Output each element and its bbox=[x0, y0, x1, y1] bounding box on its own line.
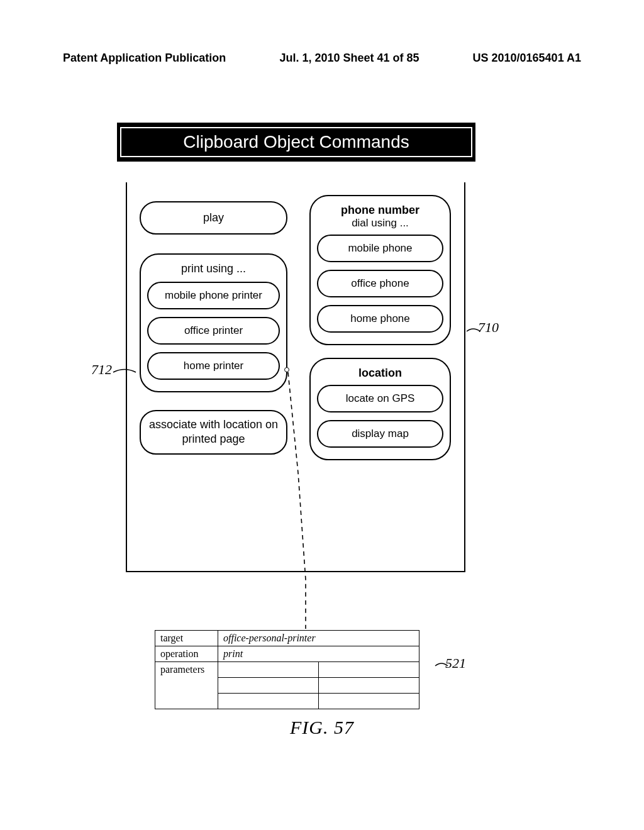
print-group-label: print using ... bbox=[147, 262, 280, 275]
print-mobile-button[interactable]: mobile phone printer bbox=[147, 282, 280, 309]
play-button[interactable]: play bbox=[140, 201, 287, 235]
param-cell bbox=[218, 662, 319, 678]
location-group-title: location bbox=[317, 367, 443, 380]
operation-key: operation bbox=[155, 646, 218, 662]
title-banner: Clipboard Object Commands bbox=[117, 123, 475, 162]
param-cell bbox=[319, 662, 419, 678]
header-left: Patent Application Publication bbox=[63, 52, 226, 65]
left-column: play print using ... mobile phone printe… bbox=[140, 201, 287, 462]
target-key: target bbox=[155, 631, 218, 646]
parameters-key: parameters bbox=[155, 662, 218, 709]
page-header: Patent Application Publication Jul. 1, 2… bbox=[63, 52, 581, 65]
right-column: phone number dial using ... mobile phone… bbox=[309, 195, 451, 473]
phone-group-sub: dial using ... bbox=[317, 217, 443, 230]
figure-label: FIG. 57 bbox=[0, 717, 644, 738]
dial-home-button[interactable]: home phone bbox=[317, 305, 443, 333]
target-value: office-personal-printer bbox=[218, 631, 419, 646]
header-center: Jul. 1, 2010 Sheet 41 of 85 bbox=[279, 52, 419, 65]
dial-office-button[interactable]: office phone bbox=[317, 270, 443, 297]
param-cell bbox=[319, 694, 419, 709]
command-detail-table: target office-personal-printer operation… bbox=[155, 630, 419, 709]
location-group: location locate on GPS display map bbox=[309, 358, 451, 460]
table-row: target office-personal-printer bbox=[155, 631, 419, 646]
param-cell bbox=[319, 678, 419, 694]
lead-712-icon bbox=[112, 368, 137, 377]
lead-710-icon bbox=[465, 327, 482, 336]
table-row: parameters bbox=[155, 662, 419, 678]
connector-node-icon bbox=[284, 367, 289, 372]
display-map-button[interactable]: display map bbox=[317, 420, 443, 448]
associate-location-button[interactable]: associate with location on printed page bbox=[140, 410, 287, 455]
phone-group-title: phone number bbox=[317, 204, 443, 217]
ref-712: 712 bbox=[91, 362, 112, 378]
param-cell bbox=[218, 678, 319, 694]
dashed-connector-icon bbox=[287, 372, 312, 630]
print-home-button[interactable]: home printer bbox=[147, 352, 280, 380]
dial-mobile-button[interactable]: mobile phone bbox=[317, 235, 443, 262]
param-cell bbox=[218, 694, 319, 709]
header-right: US 2010/0165401 A1 bbox=[473, 52, 581, 65]
locate-gps-button[interactable]: locate on GPS bbox=[317, 385, 443, 412]
print-group: print using ... mobile phone printer off… bbox=[140, 253, 287, 392]
lead-521-icon bbox=[434, 661, 449, 670]
phone-group: phone number dial using ... mobile phone… bbox=[309, 195, 451, 345]
title-text: Clipboard Object Commands bbox=[120, 127, 472, 157]
print-office-button[interactable]: office printer bbox=[147, 317, 280, 345]
operation-value: print bbox=[218, 646, 419, 662]
table-row: operation print bbox=[155, 646, 419, 662]
